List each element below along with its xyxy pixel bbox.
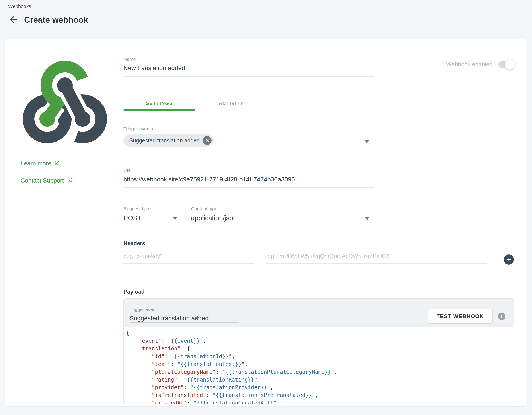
left-column: Learn more Contact Support — [5, 40, 124, 406]
arrow-back-icon — [9, 14, 19, 26]
trigger-event-chip: Suggested translation added ✕ — [124, 134, 214, 147]
url-input[interactable] — [124, 176, 374, 183]
payload-panel-header: Trigger event Suggested translation adde… — [124, 299, 514, 327]
plus-icon: + — [506, 255, 511, 264]
webhook-enabled-toggle[interactable] — [498, 61, 514, 68]
payload-trigger-event-value: Suggested translation added — [130, 314, 239, 322]
code-line: "rating": "{{translationRating}}", — [126, 376, 514, 384]
main-column: Name Webhook enabled SETTINGS ACTIVITY T… — [124, 40, 527, 406]
open-in-new-icon — [54, 160, 60, 167]
url-label: URL — [124, 168, 374, 173]
payload-trigger-event-label: Trigger event — [130, 307, 239, 312]
tab-bar: SETTINGS ACTIVITY — [124, 97, 514, 110]
learn-more-label: Learn more — [21, 160, 51, 167]
code-line: "createdAt": "{{translationCreatedAt}}", — [126, 399, 514, 404]
add-header-button[interactable]: + — [504, 254, 514, 265]
content-type-select[interactable]: Content type application/json — [191, 206, 371, 226]
payload-code-area[interactable]: { "event": "{{event}}", "translation": {… — [124, 327, 514, 404]
chip-label: Suggested translation added — [129, 137, 200, 144]
header-key-input[interactable] — [124, 252, 254, 260]
payload-panel: Trigger event Suggested translation adde… — [124, 298, 514, 404]
chevron-down-icon — [173, 217, 178, 220]
header-value-field — [266, 252, 487, 264]
header-key-field — [124, 252, 254, 264]
trigger-events-field: Trigger events Suggested translation add… — [124, 126, 374, 152]
tab-activity[interactable]: ACTIVITY — [195, 97, 267, 110]
code-line: "translation": { — [126, 345, 514, 353]
trigger-events-label: Trigger events — [124, 126, 374, 131]
learn-more-link[interactable]: Learn more — [21, 160, 124, 167]
back-button[interactable] — [8, 15, 19, 25]
url-field: URL — [124, 168, 374, 188]
content-type-label: Content type — [191, 206, 371, 211]
name-field: Name — [124, 57, 374, 77]
request-type-select[interactable]: Request type POST — [124, 206, 179, 226]
name-input[interactable] — [124, 64, 374, 72]
tab-settings[interactable]: SETTINGS — [124, 97, 195, 110]
name-label: Name — [124, 57, 374, 62]
info-icon[interactable]: i — [498, 313, 505, 320]
chevron-down-icon — [365, 217, 370, 220]
contact-support-link[interactable]: Contact Support — [21, 177, 124, 184]
code-line: { — [126, 329, 514, 337]
content-type-value: application/json — [191, 214, 371, 222]
indent-guide — [127, 337, 127, 404]
trigger-events-select[interactable]: Suggested translation added ✕ — [124, 134, 374, 147]
code-line: "pluralCategoryName": "{{translationPlur… — [126, 368, 514, 376]
code-line: "isPreTranslated": "{{translationIsPreTr… — [126, 392, 514, 399]
payload-heading: Payload — [124, 288, 514, 295]
code-line: "provider": "{{translationProvider}}", — [126, 384, 514, 392]
code-line: "id": "{{translationId}}", — [126, 353, 514, 360]
chevron-down-icon — [195, 317, 199, 320]
payload-code: { "event": "{{event}}", "translation": {… — [126, 329, 514, 404]
top-bar: Webhooks Create webhook — [0, 0, 532, 25]
header-value-input[interactable] — [266, 252, 487, 260]
chip-remove-icon[interactable]: ✕ — [203, 136, 212, 145]
page-title: Create webhook — [24, 15, 88, 25]
headers-row: + — [124, 252, 514, 264]
webhook-logo-icon — [21, 58, 109, 144]
open-in-new-icon — [67, 177, 73, 184]
request-type-value: POST — [124, 214, 179, 222]
webhook-enabled-label: Webhook enabled — [446, 61, 493, 68]
webhook-enabled-row: Webhook enabled — [446, 61, 514, 68]
test-webhook-button[interactable]: TEST WEBHOOK — [428, 309, 493, 324]
request-type-label: Request type — [124, 206, 179, 211]
chevron-down-icon[interactable] — [365, 140, 369, 143]
webhook-card: Learn more Contact Support Name — [5, 40, 527, 406]
breadcrumb[interactable]: Webhooks — [8, 4, 532, 9]
code-line: "text": "{{translationText}}", — [126, 360, 514, 368]
contact-support-label: Contact Support — [21, 177, 64, 184]
headers-heading: Headers — [124, 240, 514, 247]
page: Webhooks Create webhook — [0, 0, 532, 415]
code-line: "event": "{{event}}", — [126, 337, 514, 345]
payload-trigger-event-select[interactable]: Trigger event Suggested translation adde… — [130, 307, 239, 323]
indent-guide — [140, 337, 141, 404]
toggle-thumb — [505, 59, 515, 70]
type-row: Request type POST Content type applicati… — [124, 206, 514, 226]
